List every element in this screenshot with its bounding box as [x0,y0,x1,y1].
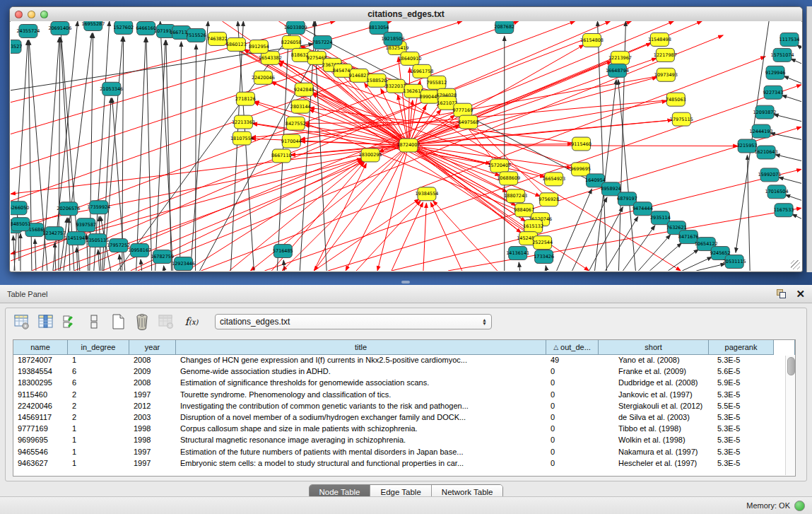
node-attribute-table[interactable]: namein_degreeyeartitle△out_de...shortpag… [13,339,796,477]
graph-node-9115460[interactable]: 9115460 [571,137,592,151]
table-scrollbar[interactable] [785,356,794,475]
graph-node-9227343[interactable]: 9227343 [763,86,784,99]
select-columns-button[interactable] [59,311,81,332]
column-header-title[interactable]: title [176,340,546,355]
graph-node-25266050[interactable]: 25266050 [11,201,29,215]
graph-node-9756928[interactable]: 9756928 [539,193,559,206]
graph-node-15992071[interactable]: 15992071 [758,168,782,182]
table-row[interactable]: 1830029562008Estimation of significance … [13,378,795,389]
graph-node-17957252[interactable]: 17957252 [107,239,130,252]
graph-node-16782759[interactable]: 16782759 [151,250,174,264]
row-options-button[interactable] [83,311,105,332]
table-row[interactable]: 911546021997Tourette syndrome. Phenomeno… [13,390,795,401]
column-header-pagerank[interactable]: pagerank [709,340,774,355]
graph-node-10973493[interactable]: 10973493 [654,68,678,81]
table-row[interactable]: 946362711997Embryonic stem cells: a mode… [13,458,795,469]
graph-node-12093872[interactable]: 12093872 [753,105,777,119]
graph-node-20691406[interactable]: 20691406 [48,21,71,35]
network-view-window[interactable]: citations_edges.txt 18724007822605816543… [9,6,803,272]
network-canvas[interactable]: 1872400782260581654338281863289275468236… [11,21,801,271]
graph-node-1615132[interactable]: 1615132 [523,220,543,233]
graph-node-18300295[interactable]: 18300295 [359,148,382,162]
graph-node-10688609[interactable]: 10688609 [497,172,520,185]
graph-node-9170044[interactable]: 9170044 [281,134,302,148]
graph-node-9397587[interactable]: 9397587 [76,218,96,232]
graph-node-5860123[interactable]: 5860123 [226,37,247,51]
column-header-out_de[interactable]: △out_de... [546,340,599,355]
graph-node-1167533[interactable]: 1167533 [774,204,794,217]
graph-node-15751074[interactable]: 15751074 [771,48,794,62]
graph-node-20531115[interactable]: 20531115 [723,255,746,269]
graph-node-14136141[interactable]: 14136141 [506,247,529,260]
graph-node-8667110[interactable]: 8667110 [271,149,292,163]
graph-node-18640910[interactable]: 18640910 [399,52,422,65]
table-row[interactable]: 1872400712008Changes of HCN gene express… [13,355,795,366]
show-columns-button[interactable] [35,311,57,332]
graph-node-8912954[interactable]: 8912954 [249,40,269,53]
graph-node-8226058[interactable]: 8226058 [281,35,302,49]
table-settings-button[interactable] [11,311,33,332]
table-scrollbar-thumb[interactable] [787,357,795,375]
graph-node-2522544[interactable]: 2522544 [532,236,553,250]
graph-node-17016504[interactable]: 17016504 [765,185,789,199]
graph-node-12342757[interactable]: 12342757 [42,227,66,240]
table-selector-dropdown[interactable]: citations_edges.txt ▲▼ [215,314,492,329]
graph-node-8427552[interactable]: 8427552 [286,117,306,130]
column-header-year[interactable]: year [129,340,176,355]
delete-table-button[interactable] [155,311,177,332]
graph-node-1527602[interactable]: 1527602 [113,21,134,34]
graph-node-16154808[interactable]: 16154808 [580,33,604,47]
graph-node-1588520[interactable]: 1588520 [367,74,387,87]
graph-node-18724007[interactable]: 18724007 [397,139,420,152]
graph-node-12213363[interactable]: 12213363 [232,115,255,129]
graph-node-18107554[interactable]: 18107554 [230,132,254,145]
graph-node-11548498[interactable]: 11548498 [648,33,671,46]
citation-network-graph[interactable]: 1872400782260581654338281863289275468236… [11,21,801,271]
graph-node-2803144[interactable]: 2803144 [290,100,311,113]
table-row[interactable]: 1456911722003Disruption of a novel membe… [13,412,795,424]
graph-node-16033809[interactable]: 16033809 [284,21,307,34]
graph-node-17359924[interactable]: 17359924 [87,201,110,214]
graph-node-16210643[interactable]: 16210643 [755,146,778,159]
graph-node-19384554[interactable]: 19384554 [415,187,438,201]
window-titlebar[interactable]: citations_edges.txt [10,7,802,22]
graph-node-13505135[interactable]: 13505135 [86,234,109,247]
graph-node-5716485[interactable]: 5716485 [273,245,293,258]
graph-node-19218506[interactable]: 19218506 [382,32,405,45]
graph-node-6466160[interactable]: 6466160 [136,21,156,35]
graph-node-2087682[interactable]: 2087682 [494,21,514,33]
graph-node-10958167[interactable]: 10958167 [128,244,151,257]
panel-splitter-handle[interactable] [401,281,410,284]
float-panel-icon[interactable] [777,289,786,298]
function-builder-button[interactable]: f(x) [180,311,204,332]
window-resize-grip[interactable] [791,260,800,269]
delete-rows-button[interactable] [131,311,153,332]
graph-node-12444193[interactable]: 12444193 [750,124,773,138]
graph-node-21053346[interactable]: 21053346 [100,82,123,95]
graph-node-11451941[interactable]: 11451941 [64,232,88,245]
graph-node-1733426[interactable]: 1733426 [534,250,554,264]
graph-node-12217987[interactable]: 12217987 [654,48,677,62]
graph-node-7515526[interactable]: 7515526 [186,28,206,42]
graph-node-9474444[interactable]: 9474444 [632,202,653,216]
graph-node-2718126[interactable]: 2718126 [235,92,256,105]
table-row[interactable]: 977716911998Corpus callosum shape and si… [13,424,795,435]
graph-node-1693527[interactable]: 1693527 [11,40,22,53]
graph-node-16654923[interactable]: 16654923 [542,173,565,186]
graph-node-18807243[interactable]: 18807243 [504,189,527,203]
graph-node-7463822[interactable]: 7463822 [207,32,228,45]
graph-node-17975115[interactable]: 17975115 [670,112,693,126]
column-header-name[interactable]: name [13,340,68,355]
graph-node-1117534[interactable]: 1117534 [779,33,800,46]
graph-node-9129946[interactable]: 9129946 [765,66,786,79]
column-header-in_degree[interactable]: in_degree [68,340,129,355]
graph-node-8485051[interactable]: 8485051 [11,218,30,231]
graph-node-24355724[interactable]: 24355724 [16,24,40,37]
table-row[interactable]: 946554611997Estimation of the future num… [13,447,795,458]
graph-node-7955812[interactable]: 7955812 [427,76,447,89]
graph-node-20206576[interactable]: 20206576 [57,202,80,216]
graph-node-6497568[interactable]: 6497568 [458,115,478,129]
table-row[interactable]: 2242004622012Investigating the contribut… [13,401,795,412]
close-panel-icon[interactable]: ✕ [796,289,805,298]
graph-node-7857224[interactable]: 7857224 [312,35,333,49]
